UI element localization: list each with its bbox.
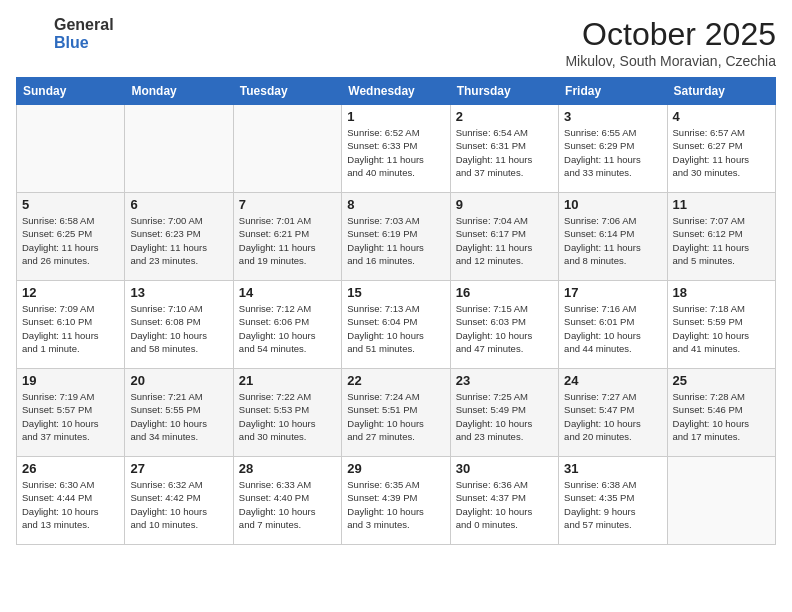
day-info: Sunrise: 7:04 AM Sunset: 6:17 PM Dayligh… <box>456 214 553 267</box>
day-number: 3 <box>564 109 661 124</box>
day-info: Sunrise: 7:25 AM Sunset: 5:49 PM Dayligh… <box>456 390 553 443</box>
day-info: Sunrise: 7:13 AM Sunset: 6:04 PM Dayligh… <box>347 302 444 355</box>
day-info: Sunrise: 6:35 AM Sunset: 4:39 PM Dayligh… <box>347 478 444 531</box>
day-number: 4 <box>673 109 770 124</box>
calendar-cell: 31Sunrise: 6:38 AM Sunset: 4:35 PM Dayli… <box>559 457 667 545</box>
day-info: Sunrise: 7:22 AM Sunset: 5:53 PM Dayligh… <box>239 390 336 443</box>
calendar-cell: 26Sunrise: 6:30 AM Sunset: 4:44 PM Dayli… <box>17 457 125 545</box>
day-number: 30 <box>456 461 553 476</box>
calendar-cell: 13Sunrise: 7:10 AM Sunset: 6:08 PM Dayli… <box>125 281 233 369</box>
day-info: Sunrise: 7:27 AM Sunset: 5:47 PM Dayligh… <box>564 390 661 443</box>
day-number: 5 <box>22 197 119 212</box>
calendar-cell: 19Sunrise: 7:19 AM Sunset: 5:57 PM Dayli… <box>17 369 125 457</box>
day-info: Sunrise: 7:24 AM Sunset: 5:51 PM Dayligh… <box>347 390 444 443</box>
logo: General Blue <box>16 16 114 52</box>
day-info: Sunrise: 7:00 AM Sunset: 6:23 PM Dayligh… <box>130 214 227 267</box>
day-info: Sunrise: 7:15 AM Sunset: 6:03 PM Dayligh… <box>456 302 553 355</box>
day-number: 24 <box>564 373 661 388</box>
day-info: Sunrise: 7:07 AM Sunset: 6:12 PM Dayligh… <box>673 214 770 267</box>
day-info: Sunrise: 7:18 AM Sunset: 5:59 PM Dayligh… <box>673 302 770 355</box>
day-number: 15 <box>347 285 444 300</box>
calendar-cell: 7Sunrise: 7:01 AM Sunset: 6:21 PM Daylig… <box>233 193 341 281</box>
day-info: Sunrise: 6:38 AM Sunset: 4:35 PM Dayligh… <box>564 478 661 531</box>
day-info: Sunrise: 7:03 AM Sunset: 6:19 PM Dayligh… <box>347 214 444 267</box>
calendar-cell: 29Sunrise: 6:35 AM Sunset: 4:39 PM Dayli… <box>342 457 450 545</box>
calendar-cell: 2Sunrise: 6:54 AM Sunset: 6:31 PM Daylig… <box>450 105 558 193</box>
calendar-cell: 22Sunrise: 7:24 AM Sunset: 5:51 PM Dayli… <box>342 369 450 457</box>
day-header-friday: Friday <box>559 78 667 105</box>
calendar-cell: 10Sunrise: 7:06 AM Sunset: 6:14 PM Dayli… <box>559 193 667 281</box>
calendar-cell: 14Sunrise: 7:12 AM Sunset: 6:06 PM Dayli… <box>233 281 341 369</box>
calendar-cell <box>667 457 775 545</box>
day-number: 21 <box>239 373 336 388</box>
calendar-cell: 20Sunrise: 7:21 AM Sunset: 5:55 PM Dayli… <box>125 369 233 457</box>
day-number: 27 <box>130 461 227 476</box>
month-title: October 2025 <box>565 16 776 53</box>
day-info: Sunrise: 6:32 AM Sunset: 4:42 PM Dayligh… <box>130 478 227 531</box>
day-number: 20 <box>130 373 227 388</box>
calendar-cell: 18Sunrise: 7:18 AM Sunset: 5:59 PM Dayli… <box>667 281 775 369</box>
day-number: 19 <box>22 373 119 388</box>
day-info: Sunrise: 7:19 AM Sunset: 5:57 PM Dayligh… <box>22 390 119 443</box>
day-number: 26 <box>22 461 119 476</box>
calendar-cell: 3Sunrise: 6:55 AM Sunset: 6:29 PM Daylig… <box>559 105 667 193</box>
day-info: Sunrise: 7:01 AM Sunset: 6:21 PM Dayligh… <box>239 214 336 267</box>
calendar-cell: 30Sunrise: 6:36 AM Sunset: 4:37 PM Dayli… <box>450 457 558 545</box>
day-info: Sunrise: 7:16 AM Sunset: 6:01 PM Dayligh… <box>564 302 661 355</box>
day-info: Sunrise: 6:58 AM Sunset: 6:25 PM Dayligh… <box>22 214 119 267</box>
day-header-monday: Monday <box>125 78 233 105</box>
week-row-3: 12Sunrise: 7:09 AM Sunset: 6:10 PM Dayli… <box>17 281 776 369</box>
day-header-sunday: Sunday <box>17 78 125 105</box>
day-info: Sunrise: 7:10 AM Sunset: 6:08 PM Dayligh… <box>130 302 227 355</box>
calendar-cell <box>233 105 341 193</box>
day-header-tuesday: Tuesday <box>233 78 341 105</box>
day-info: Sunrise: 6:33 AM Sunset: 4:40 PM Dayligh… <box>239 478 336 531</box>
day-number: 31 <box>564 461 661 476</box>
calendar-cell <box>125 105 233 193</box>
day-number: 6 <box>130 197 227 212</box>
day-info: Sunrise: 6:52 AM Sunset: 6:33 PM Dayligh… <box>347 126 444 179</box>
week-row-2: 5Sunrise: 6:58 AM Sunset: 6:25 PM Daylig… <box>17 193 776 281</box>
day-number: 14 <box>239 285 336 300</box>
day-number: 12 <box>22 285 119 300</box>
day-number: 8 <box>347 197 444 212</box>
day-number: 29 <box>347 461 444 476</box>
day-number: 1 <box>347 109 444 124</box>
day-info: Sunrise: 6:30 AM Sunset: 4:44 PM Dayligh… <box>22 478 119 531</box>
day-number: 16 <box>456 285 553 300</box>
week-row-1: 1Sunrise: 6:52 AM Sunset: 6:33 PM Daylig… <box>17 105 776 193</box>
calendar-cell: 23Sunrise: 7:25 AM Sunset: 5:49 PM Dayli… <box>450 369 558 457</box>
calendar-cell: 15Sunrise: 7:13 AM Sunset: 6:04 PM Dayli… <box>342 281 450 369</box>
day-info: Sunrise: 7:21 AM Sunset: 5:55 PM Dayligh… <box>130 390 227 443</box>
day-info: Sunrise: 7:12 AM Sunset: 6:06 PM Dayligh… <box>239 302 336 355</box>
calendar-cell: 6Sunrise: 7:00 AM Sunset: 6:23 PM Daylig… <box>125 193 233 281</box>
day-number: 23 <box>456 373 553 388</box>
day-info: Sunrise: 7:06 AM Sunset: 6:14 PM Dayligh… <box>564 214 661 267</box>
title-area: October 2025 Mikulov, South Moravian, Cz… <box>565 16 776 69</box>
day-number: 28 <box>239 461 336 476</box>
calendar-cell: 24Sunrise: 7:27 AM Sunset: 5:47 PM Dayli… <box>559 369 667 457</box>
day-number: 13 <box>130 285 227 300</box>
day-number: 25 <box>673 373 770 388</box>
day-header-row: SundayMondayTuesdayWednesdayThursdayFrid… <box>17 78 776 105</box>
day-info: Sunrise: 7:09 AM Sunset: 6:10 PM Dayligh… <box>22 302 119 355</box>
day-number: 9 <box>456 197 553 212</box>
day-header-thursday: Thursday <box>450 78 558 105</box>
calendar-cell: 28Sunrise: 6:33 AM Sunset: 4:40 PM Dayli… <box>233 457 341 545</box>
calendar-cell <box>17 105 125 193</box>
week-row-5: 26Sunrise: 6:30 AM Sunset: 4:44 PM Dayli… <box>17 457 776 545</box>
day-number: 11 <box>673 197 770 212</box>
calendar-cell: 11Sunrise: 7:07 AM Sunset: 6:12 PM Dayli… <box>667 193 775 281</box>
calendar-cell: 21Sunrise: 7:22 AM Sunset: 5:53 PM Dayli… <box>233 369 341 457</box>
location-title: Mikulov, South Moravian, Czechia <box>565 53 776 69</box>
header: General Blue October 2025 Mikulov, South… <box>16 16 776 69</box>
day-number: 17 <box>564 285 661 300</box>
day-header-saturday: Saturday <box>667 78 775 105</box>
calendar-cell: 12Sunrise: 7:09 AM Sunset: 6:10 PM Dayli… <box>17 281 125 369</box>
day-info: Sunrise: 6:54 AM Sunset: 6:31 PM Dayligh… <box>456 126 553 179</box>
calendar-cell: 16Sunrise: 7:15 AM Sunset: 6:03 PM Dayli… <box>450 281 558 369</box>
day-info: Sunrise: 6:36 AM Sunset: 4:37 PM Dayligh… <box>456 478 553 531</box>
day-info: Sunrise: 6:55 AM Sunset: 6:29 PM Dayligh… <box>564 126 661 179</box>
day-number: 10 <box>564 197 661 212</box>
day-info: Sunrise: 6:57 AM Sunset: 6:27 PM Dayligh… <box>673 126 770 179</box>
